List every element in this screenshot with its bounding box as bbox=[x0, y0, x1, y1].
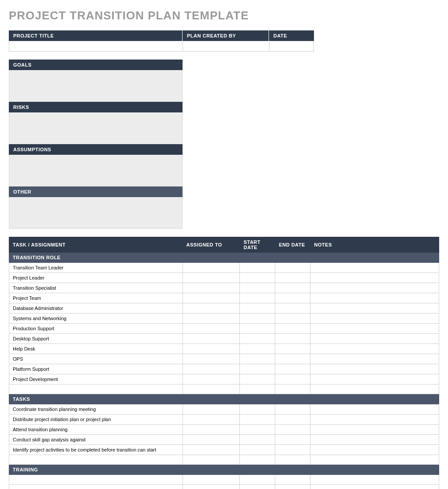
task-cell[interactable]: Transition Team Leader bbox=[9, 263, 183, 273]
start-date-cell[interactable] bbox=[240, 384, 275, 394]
notes-cell[interactable] bbox=[310, 344, 439, 354]
notes-cell[interactable] bbox=[310, 475, 439, 485]
notes-cell[interactable] bbox=[310, 435, 439, 445]
assigned-cell[interactable] bbox=[183, 273, 240, 283]
other-body[interactable] bbox=[9, 197, 183, 229]
assigned-cell[interactable] bbox=[183, 354, 240, 364]
start-date-cell[interactable] bbox=[240, 314, 275, 324]
task-cell[interactable]: Platform Support bbox=[9, 364, 183, 374]
task-cell[interactable]: Project Team bbox=[9, 293, 183, 303]
end-date-cell[interactable] bbox=[275, 324, 310, 334]
end-date-cell[interactable] bbox=[275, 374, 310, 384]
start-date-cell[interactable] bbox=[240, 414, 275, 425]
start-date-cell[interactable] bbox=[240, 324, 275, 334]
start-date-cell[interactable] bbox=[240, 435, 275, 445]
task-cell[interactable] bbox=[9, 475, 183, 485]
start-date-cell[interactable] bbox=[240, 445, 275, 455]
end-date-cell[interactable] bbox=[275, 384, 310, 394]
assigned-cell[interactable] bbox=[183, 303, 240, 314]
assigned-cell[interactable] bbox=[183, 414, 240, 425]
task-cell[interactable]: Conduct skill gap analysis against bbox=[9, 435, 183, 445]
start-date-cell[interactable] bbox=[240, 455, 275, 465]
end-date-cell[interactable] bbox=[275, 485, 310, 489]
assigned-cell[interactable] bbox=[183, 445, 240, 455]
assigned-cell[interactable] bbox=[183, 435, 240, 445]
notes-cell[interactable] bbox=[310, 354, 439, 364]
start-date-cell[interactable] bbox=[240, 344, 275, 354]
start-date-cell[interactable] bbox=[240, 273, 275, 283]
risks-body[interactable] bbox=[9, 112, 183, 144]
task-cell[interactable]: OPS bbox=[9, 354, 183, 364]
notes-cell[interactable] bbox=[310, 404, 439, 414]
start-date-cell[interactable] bbox=[240, 303, 275, 314]
assigned-cell[interactable] bbox=[183, 384, 240, 394]
goals-body[interactable] bbox=[9, 70, 183, 102]
task-cell[interactable]: Distribute project initiation plan or pr… bbox=[9, 414, 183, 425]
end-date-cell[interactable] bbox=[275, 475, 310, 485]
notes-cell[interactable] bbox=[310, 283, 439, 293]
task-cell[interactable]: Project Leader bbox=[9, 273, 183, 283]
assigned-cell[interactable] bbox=[183, 404, 240, 414]
notes-cell[interactable] bbox=[310, 455, 439, 465]
assigned-cell[interactable] bbox=[183, 263, 240, 273]
notes-cell[interactable] bbox=[310, 293, 439, 303]
assumptions-body[interactable] bbox=[9, 155, 183, 187]
assigned-cell[interactable] bbox=[183, 485, 240, 489]
notes-cell[interactable] bbox=[310, 384, 439, 394]
end-date-cell[interactable] bbox=[275, 404, 310, 414]
task-cell[interactable]: Systems and Networking bbox=[9, 314, 183, 324]
assigned-cell[interactable] bbox=[183, 324, 240, 334]
start-date-cell[interactable] bbox=[240, 364, 275, 374]
task-cell[interactable]: Transition Specialist bbox=[9, 283, 183, 293]
start-date-cell[interactable] bbox=[240, 404, 275, 414]
assigned-cell[interactable] bbox=[183, 364, 240, 374]
assigned-cell[interactable] bbox=[183, 344, 240, 354]
notes-cell[interactable] bbox=[310, 425, 439, 435]
start-date-cell[interactable] bbox=[240, 293, 275, 303]
end-date-cell[interactable] bbox=[275, 283, 310, 293]
notes-cell[interactable] bbox=[310, 485, 439, 489]
start-date-cell[interactable] bbox=[240, 475, 275, 485]
task-cell[interactable]: Attend transition planning bbox=[9, 425, 183, 435]
task-cell[interactable]: Database Administrator bbox=[9, 303, 183, 314]
start-date-cell[interactable] bbox=[240, 374, 275, 384]
notes-cell[interactable] bbox=[310, 273, 439, 283]
notes-cell[interactable] bbox=[310, 314, 439, 324]
task-cell[interactable]: Help Desk bbox=[9, 344, 183, 354]
project-title-input[interactable] bbox=[9, 41, 183, 52]
end-date-cell[interactable] bbox=[275, 435, 310, 445]
end-date-cell[interactable] bbox=[275, 334, 310, 344]
notes-cell[interactable] bbox=[310, 334, 439, 344]
task-cell[interactable]: Desktop Support bbox=[9, 334, 183, 344]
date-input[interactable] bbox=[269, 41, 314, 52]
assigned-cell[interactable] bbox=[183, 293, 240, 303]
notes-cell[interactable] bbox=[310, 324, 439, 334]
assigned-cell[interactable] bbox=[183, 374, 240, 384]
end-date-cell[interactable] bbox=[275, 263, 310, 273]
notes-cell[interactable] bbox=[310, 263, 439, 273]
task-cell[interactable]: Identify project activities to be comple… bbox=[9, 445, 183, 455]
task-cell[interactable] bbox=[9, 485, 183, 489]
assigned-cell[interactable] bbox=[183, 283, 240, 293]
notes-cell[interactable] bbox=[310, 374, 439, 384]
start-date-cell[interactable] bbox=[240, 354, 275, 364]
end-date-cell[interactable] bbox=[275, 354, 310, 364]
end-date-cell[interactable] bbox=[275, 293, 310, 303]
start-date-cell[interactable] bbox=[240, 334, 275, 344]
end-date-cell[interactable] bbox=[275, 273, 310, 283]
assigned-cell[interactable] bbox=[183, 425, 240, 435]
assigned-cell[interactable] bbox=[183, 455, 240, 465]
end-date-cell[interactable] bbox=[275, 425, 310, 435]
start-date-cell[interactable] bbox=[240, 425, 275, 435]
start-date-cell[interactable] bbox=[240, 283, 275, 293]
notes-cell[interactable] bbox=[310, 303, 439, 314]
end-date-cell[interactable] bbox=[275, 364, 310, 374]
assigned-cell[interactable] bbox=[183, 314, 240, 324]
task-cell[interactable]: Production Support bbox=[9, 324, 183, 334]
assigned-cell[interactable] bbox=[183, 475, 240, 485]
task-cell[interactable] bbox=[9, 384, 183, 394]
end-date-cell[interactable] bbox=[275, 344, 310, 354]
end-date-cell[interactable] bbox=[275, 445, 310, 455]
task-cell[interactable]: Coordinate transition planning meeting bbox=[9, 404, 183, 414]
task-cell[interactable]: Project Development bbox=[9, 374, 183, 384]
